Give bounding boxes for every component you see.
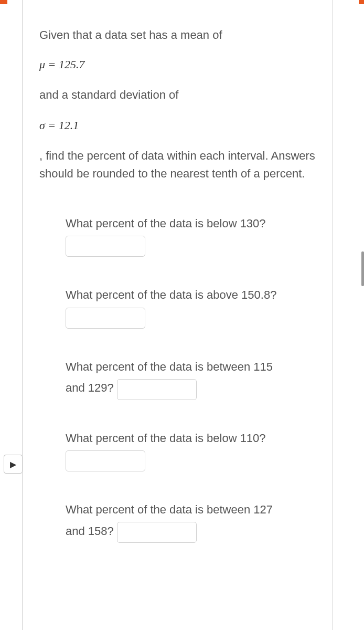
question-5-text-a: What percent of the data is between 127 [66,500,317,519]
question-3-input[interactable] [117,379,197,400]
question-3-text-b: and 129? [66,379,114,397]
intro-text-1: Given that a data set has a mean of [39,28,317,42]
sigma-formula: σ = 12.1 [39,119,317,132]
question-2-input[interactable] [66,308,145,329]
question-content: Given that a data set has a mean of μ = … [39,28,317,572]
question-3: What percent of the data is between 115 … [66,358,317,400]
orange-accent-top [0,0,7,4]
content-border-left [22,0,23,630]
question-1: What percent of the data is below 130? [66,214,317,257]
question-1-input[interactable] [66,236,145,257]
mu-formula: μ = 125.7 [39,58,317,71]
question-5: What percent of the data is between 127 … [66,500,317,543]
question-4-input[interactable] [66,450,145,471]
question-5-text-b: and 158? [66,522,114,540]
question-5-input[interactable] [117,522,197,543]
question-2-text: What percent of the data is above 150.8? [66,286,317,304]
sigma-expression: σ = 12.1 [39,119,79,132]
expand-play-button[interactable]: ▶ [4,455,23,474]
scrollbar-thumb[interactable] [361,251,364,286]
content-border-right [333,0,333,630]
question-3-text-a: What percent of the data is between 115 [66,358,317,376]
play-icon: ▶ [10,459,16,469]
question-1-text: What percent of the data is below 130? [66,214,317,233]
question-4-text: What percent of the data is below 110? [66,429,317,447]
instruction-text: , find the percent of data within each i… [39,147,317,183]
question-2: What percent of the data is above 150.8? [66,286,317,328]
intro-text-2: and a standard deviation of [39,86,317,104]
orange-accent-right [359,0,364,4]
mu-expression: μ = 125.7 [39,58,84,71]
question-4: What percent of the data is below 110? [66,429,317,471]
